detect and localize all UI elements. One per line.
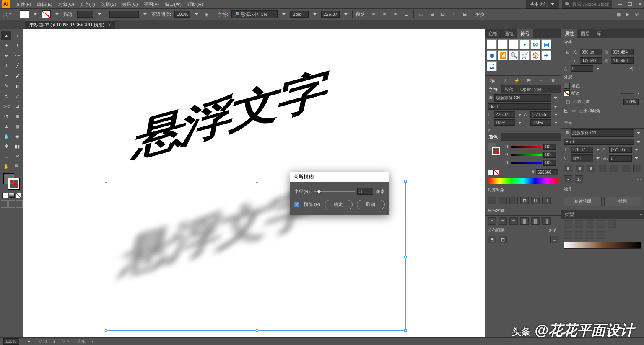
type-tool[interactable]: T <box>1 61 11 70</box>
transform-icon[interactable]: ⊞ <box>461 10 468 18</box>
shape-builder-tool[interactable]: ◔ <box>1 111 11 121</box>
color-mode-solid[interactable] <box>2 193 8 198</box>
arrange-doc-icon[interactable]: ▦ <box>615 10 622 18</box>
shape-mode-icon[interactable]: ⊡ <box>439 10 447 18</box>
tab-opentype[interactable]: OpenType <box>517 85 545 93</box>
stroke-w-input[interactable] <box>621 93 634 94</box>
spacing-input[interactable] <box>509 236 525 243</box>
char2-weight-input[interactable]: Bold <box>564 139 634 145</box>
char-weight-input[interactable]: Bold <box>488 103 551 110</box>
eyedropper-tool[interactable]: 💧 <box>1 131 11 141</box>
font-family-input[interactable]: 🔎 思源宋体 CN <box>231 10 278 18</box>
color-mode-gradient[interactable] <box>9 193 15 198</box>
stroke-weight-input[interactable] <box>77 11 93 18</box>
gradient-tool[interactable]: ▤ <box>12 121 22 131</box>
dist-v-bot[interactable]: ≡ <box>509 217 518 225</box>
numbers-icon[interactable]: 1. <box>575 175 583 183</box>
p-align-l[interactable]: ≡ <box>564 165 572 172</box>
pen-tool[interactable]: ✒ <box>1 51 11 60</box>
char2-leading-input[interactable]: (271.65 <box>609 147 632 153</box>
width-tool[interactable]: ▷◁ <box>1 101 11 111</box>
tab-close-icon[interactable]: ✕ <box>108 23 111 27</box>
search-stock-input[interactable]: 🔍 搜索 Adobe Stock <box>562 0 612 9</box>
symbol-item[interactable]: ▭ <box>509 39 519 49</box>
menu-help[interactable]: 帮助(H) <box>185 0 205 8</box>
gradient-preview[interactable] <box>564 242 641 249</box>
tab-swatches[interactable]: 色板 <box>485 29 501 38</box>
close-icon[interactable]: ✕ <box>638 1 642 7</box>
menu-select[interactable]: 选择(S) <box>99 0 119 8</box>
p-just-r[interactable]: ≣ <box>622 165 630 172</box>
fill-stroke-indicator[interactable] <box>3 173 20 190</box>
justify-icon[interactable]: ≣ <box>402 10 410 18</box>
shaper-tool[interactable]: ✎ <box>1 81 11 90</box>
dist-space-v[interactable]: ⊟ <box>488 236 496 243</box>
font-size-input[interactable]: 226.37 <box>321 11 340 18</box>
x-input[interactable]: 960 px <box>580 49 602 55</box>
draw-inside[interactable] <box>16 200 23 208</box>
prefs-icon[interactable]: ⚙ <box>633 10 641 18</box>
align-h-center[interactable]: ⊐ <box>499 197 507 204</box>
menu-window[interactable]: 窗口(W) <box>162 0 184 8</box>
symbol-item[interactable]: ⊠ <box>530 39 540 49</box>
make-envelope-icon[interactable]: ▭ <box>417 10 425 18</box>
symbol-item[interactable]: 🏠 <box>530 50 540 60</box>
char2-track-input[interactable]: 0 <box>609 155 632 162</box>
align-h-right[interactable]: ⊐ <box>509 197 518 204</box>
draw-behind[interactable] <box>8 200 15 208</box>
align-to-target[interactable]: ▭ <box>550 236 558 243</box>
tab-symbols[interactable]: 符号 <box>517 29 533 38</box>
symbol-item[interactable]: 🖨 <box>487 61 497 71</box>
angle-input[interactable]: 0° <box>571 65 593 72</box>
rect-tool[interactable]: ▭ <box>1 71 11 80</box>
break-icon[interactable]: ⚡ <box>513 77 521 84</box>
p-just-all[interactable]: ≣ <box>633 165 641 172</box>
symbol-item[interactable]: 📶 <box>498 50 508 60</box>
char-hscale-input[interactable]: 100% <box>530 119 551 126</box>
graph-tool[interactable]: ▮▮ <box>12 142 22 151</box>
dist-h-right[interactable]: ||| <box>542 217 551 225</box>
maximize-icon[interactable]: ☐ <box>628 1 632 7</box>
canvas[interactable]: 悬浮文字 悬浮文字 高斯模糊 半径(R): 3 像素 ✓ 预览 (P) 确定 <box>23 29 485 337</box>
y-input[interactable]: 809.647 <box>580 57 602 64</box>
color-spectrum[interactable] <box>488 178 558 184</box>
zoom-input[interactable]: 100% <box>3 338 19 345</box>
tab-paragraph[interactable]: 段落 <box>501 85 517 93</box>
slice-tool[interactable]: ✂ <box>12 152 22 161</box>
fx-item[interactable]: 凸出和斜角 <box>579 108 600 114</box>
zoom-tool[interactable]: 🔍 <box>12 162 22 171</box>
menu-file[interactable]: 文件(F) <box>13 0 34 8</box>
char2-size-input[interactable]: 226.37 <box>571 147 593 153</box>
place-icon[interactable]: ↗ <box>501 77 509 84</box>
blend-tool[interactable]: ◉ <box>12 131 22 141</box>
workspace-switcher[interactable]: 基本功能 <box>526 0 559 9</box>
opacity-input[interactable]: 100% <box>174 11 190 18</box>
p-just-c[interactable]: ≣ <box>610 165 618 172</box>
arrange-button[interactable]: 排列 <box>604 197 642 206</box>
symbol-item[interactable]: — <box>487 39 497 49</box>
menu-object[interactable]: 对象(O) <box>56 0 77 8</box>
line-tool[interactable]: ╱ <box>12 61 22 70</box>
align-right-icon[interactable]: ≡ <box>392 10 399 18</box>
selection-tool[interactable]: ▲ <box>1 31 11 40</box>
menu-edit[interactable]: 编辑(E) <box>34 0 55 8</box>
fill-swatch[interactable] <box>20 10 29 18</box>
cancel-button[interactable]: 取消 <box>357 200 385 209</box>
lib-icon[interactable]: 📚 <box>489 77 496 84</box>
menu-effect[interactable]: 效果(C) <box>119 0 140 8</box>
eraser-tool[interactable]: ◧ <box>12 81 22 90</box>
align-center-icon[interactable]: ≡ <box>381 10 388 18</box>
gpu-icon[interactable]: ▶ <box>624 10 631 18</box>
color-b-input[interactable]: 102 <box>543 160 556 166</box>
p-just-l[interactable]: ≣ <box>599 165 607 172</box>
dist-h-left[interactable]: ||| <box>520 217 529 225</box>
color-g-input[interactable]: 102 <box>543 152 556 158</box>
tab-properties[interactable]: 属性 <box>561 29 577 38</box>
dist-space-h[interactable]: ⊡ <box>499 236 507 243</box>
hand-tool[interactable]: ✋ <box>1 162 11 171</box>
char2-font-input[interactable]: 思源宋体 CN <box>571 129 634 137</box>
align-v-top[interactable]: ⊓ <box>520 197 529 204</box>
align-v-bottom[interactable]: ⊔ <box>542 197 551 204</box>
stroke-swatch[interactable] <box>42 10 51 18</box>
font-weight-input[interactable]: Bold <box>290 11 309 18</box>
